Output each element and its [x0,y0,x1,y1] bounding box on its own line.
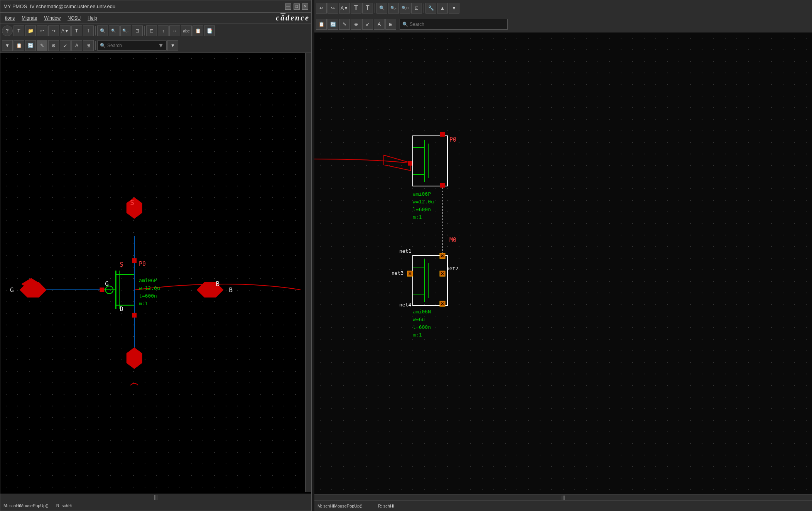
zoom-region-btn[interactable]: ⊡ [132,25,143,36]
r-sep-2 [424,3,424,13]
refresh-btn[interactable]: 🔄 [25,40,36,51]
svg-text:G: G [105,280,109,288]
menu-bar: tions Migrate Window NCSU Help cādence [0,13,311,24]
r-up-btn[interactable]: ▲ [437,3,448,14]
svg-text:ami06P: ami06P [413,191,431,197]
svg-text:m:1: m:1 [413,332,422,338]
r-refresh-btn[interactable]: 🔄 [328,19,338,30]
r-move-btn[interactable]: ⊞ [385,19,396,30]
svg-rect-29 [408,161,412,166]
menu-help[interactable]: Help [84,15,100,22]
svg-rect-3 [132,258,137,263]
zoom-fit-btn[interactable]: 🔍□ [120,25,131,36]
copy2-btn[interactable]: 📋 [14,40,24,51]
r-zoom-out-btn[interactable]: 🔍- [388,3,399,14]
text-btn[interactable]: A [71,40,82,51]
r-select-poly-btn[interactable]: ↙ [362,19,373,30]
window-controls: — □ ✕ [285,3,308,10]
vertical-scrollbar[interactable] [305,53,311,492]
redo-btn[interactable]: ↪ [48,25,59,36]
svg-text:M0: M0 [449,237,456,244]
sep-1 [95,26,96,36]
label-btn[interactable]: abc [181,25,192,36]
dropdown-btn[interactable]: ▼ [2,40,13,51]
zoom-in-btn[interactable]: 🔍 [97,25,108,36]
search-box[interactable]: 🔍 ▼ [97,41,167,51]
svg-text:m:1: m:1 [413,214,422,220]
menu-window[interactable]: Window [41,15,64,22]
select-box-btn[interactable]: ⊕ [48,40,59,51]
right-toolbar-1: ↩ ↪ A▼ T T 🔍 🔍- 🔍□ ⊡ 🔧 ▲ ▼ [314,0,812,16]
schematic-canvas-left[interactable]: S G B D G B S P0 ami06P w=12.0u l=600n m… [0,53,311,500]
text-bold-btn[interactable]: T [71,25,82,36]
svg-text:l=600n: l=600n [413,206,431,212]
r-redo-btn[interactable]: ↪ [328,3,338,14]
folder-btn[interactable]: 📁 [25,25,36,36]
right-horizontal-scrollbar[interactable]: ||| [314,494,812,500]
right-schematic-svg: P0 ami06P w=12.0u l=600n m:1 ✕ ✕ [314,32,812,494]
svg-text:ami06P: ami06P [139,277,157,283]
r-down-btn[interactable]: ▼ [449,3,459,14]
text-underline-btn[interactable]: T [83,25,94,36]
zoom-out-btn[interactable]: 🔍- [109,25,120,36]
r-select-btn[interactable]: ✎ [339,19,350,30]
svg-text:net4: net4 [399,302,411,308]
minimize-button[interactable]: — [285,3,291,10]
paste-btn[interactable]: 📑 [204,25,215,36]
svg-text:B: B [229,286,233,294]
menu-tions[interactable]: tions [2,15,18,22]
r-copy-btn[interactable]: 📋 [316,19,327,30]
search-icon: 🔍 [100,43,106,48]
right-status-right: R: schHi [378,504,394,508]
r-sep-3 [398,20,398,29]
r-undo-btn[interactable]: ↩ [316,3,327,14]
right-status-left: M: schHiMousePopUp() [317,504,363,508]
svg-text:B: B [216,280,220,288]
pan-btn[interactable]: ⊟ [146,25,157,36]
right-search-input[interactable] [410,22,505,27]
search-input[interactable] [107,43,156,48]
svg-marker-11 [127,198,142,219]
right-canvas[interactable]: P0 ami06P w=12.0u l=600n m:1 ✕ ✕ [314,32,812,494]
r-text2-btn[interactable]: T [362,3,373,14]
r-select-box-btn[interactable]: ⊕ [351,19,361,30]
svg-text:G: G [10,286,14,294]
svg-text:net1: net1 [399,248,411,254]
select-poly-btn[interactable]: ↙ [60,40,71,51]
flip-h-btn[interactable]: ↔ [169,25,180,36]
undo-btn[interactable]: ↩ [37,25,47,36]
svg-text:✕: ✕ [441,301,444,306]
svg-text:m:1: m:1 [139,301,148,306]
select-btn[interactable]: ✎ [37,40,47,51]
sep-3 [95,41,96,50]
shape-dropdown-btn[interactable]: A▼ [60,25,71,36]
search-dropdown-icon[interactable]: ▼ [158,42,164,49]
cadence-logo-area: cādence [276,14,310,22]
svg-text:l=600n: l=600n [413,324,431,330]
svg-text:✕: ✕ [441,271,444,276]
text-tool-btn[interactable]: T [14,25,24,36]
r-text3-btn[interactable]: A [374,19,385,30]
help-icon-btn[interactable]: ? [2,25,13,36]
r-zoom-region-btn[interactable]: ⊡ [411,3,422,14]
copy-btn[interactable]: 📋 [192,25,203,36]
search-options-btn[interactable]: ▼ [167,40,178,51]
r-shape-btn[interactable]: A▼ [339,3,350,14]
close-button[interactable]: ✕ [302,3,308,10]
flip-v-btn[interactable]: ↕ [158,25,169,36]
toolbar-2: ▼ 📋 🔄 ✎ ⊕ ↙ A ⊞ 🔍 ▼ ▼ [0,38,311,53]
status-right: R: schHi [56,503,73,508]
group-btn[interactable]: ⊞ [83,40,94,51]
r-settings-btn[interactable]: 🔧 [425,3,436,14]
svg-rect-35 [440,132,445,137]
right-search-box[interactable]: 🔍 [400,19,508,30]
r-zoom-in-btn[interactable]: 🔍 [376,3,387,14]
menu-migrate[interactable]: Migrate [19,15,40,22]
svg-rect-2 [100,288,104,292]
r-zoom-fit-btn[interactable]: 🔍□ [400,3,410,14]
maximize-button[interactable]: □ [294,3,300,10]
horizontal-scrollbar[interactable]: ||| [0,494,311,500]
right-panel: ↩ ↪ A▼ T T 🔍 🔍- 🔍□ ⊡ 🔧 ▲ ▼ 📋 🔄 ✎ ⊕ ↙ A ⊞… [314,0,812,511]
r-text-btn[interactable]: T [351,3,361,14]
menu-ncsu[interactable]: NCSU [64,15,84,22]
